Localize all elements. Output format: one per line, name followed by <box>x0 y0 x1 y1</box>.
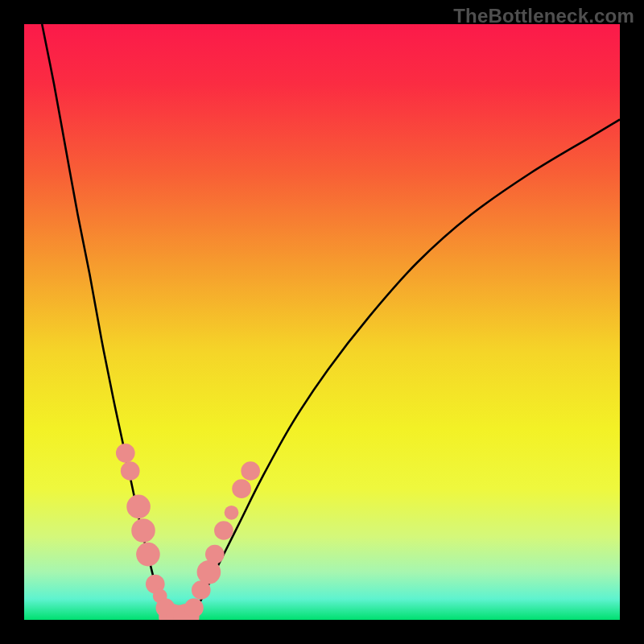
highlight-dot <box>214 521 233 540</box>
highlight-dot <box>241 461 260 481</box>
highlight-dot <box>205 545 225 564</box>
highlight-dot <box>131 518 155 543</box>
plot-area <box>24 24 620 620</box>
curve-layer <box>24 24 620 620</box>
highlight-dot <box>136 543 160 567</box>
highlight-dot <box>126 495 151 519</box>
marker-group <box>116 444 260 620</box>
highlight-dot <box>225 506 239 520</box>
watermark-text: TheBottleneck.com <box>453 5 634 27</box>
highlight-dot <box>232 479 251 498</box>
right-curve <box>185 119 620 620</box>
highlight-dot <box>197 560 221 584</box>
highlight-dot <box>121 461 140 481</box>
chart-frame: TheBottleneck.com <box>0 0 644 644</box>
highlight-dot <box>116 444 135 463</box>
highlight-dot <box>184 598 204 617</box>
